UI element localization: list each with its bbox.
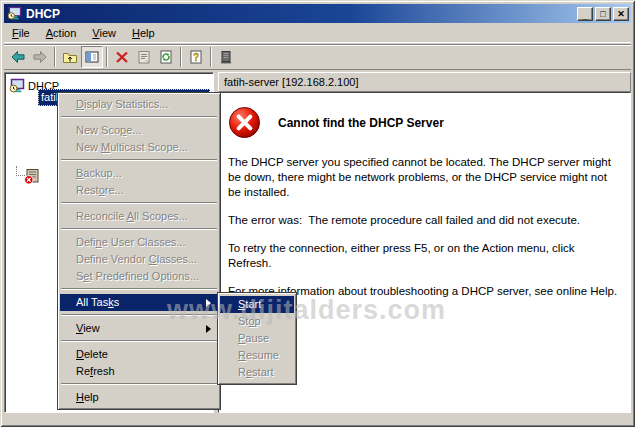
forward-icon[interactable]	[29, 46, 51, 68]
error-paragraph: The error was: The remote procedure call…	[228, 213, 620, 228]
help-icon[interactable]: ?	[185, 46, 207, 68]
toolbar-separator	[106, 47, 108, 67]
dhcp-app-icon	[7, 6, 22, 21]
menu-separator	[61, 383, 217, 385]
error-title: Cannot find the DHCP Server	[278, 116, 444, 130]
error-paragraph: To retry the connection, either press F5…	[228, 241, 620, 271]
submenu-arrow-icon	[206, 299, 211, 307]
toolbar-separator	[54, 47, 56, 67]
up-one-level-icon[interactable]	[59, 46, 81, 68]
error-icon	[228, 106, 261, 139]
window-title: DHCP	[26, 7, 575, 21]
context-menu-item-backup[interactable]: Backup...	[60, 165, 218, 182]
menu-separator	[61, 340, 217, 342]
context-menu-item-define-vendor-classes[interactable]: Define Vendor Classes...	[60, 251, 218, 268]
minimize-button[interactable]: _	[577, 7, 593, 21]
menu-bar: File Action View Help	[4, 24, 631, 43]
submenu-item-resume[interactable]: Resume	[220, 347, 294, 364]
context-menu-item-define-user-classes[interactable]: Define User Classes...	[60, 234, 218, 251]
menu-separator	[61, 159, 217, 161]
maximize-button[interactable]: □	[595, 7, 611, 21]
context-menu-item-restore[interactable]: Restore...	[60, 182, 218, 199]
context-menu-item-delete[interactable]: Delete	[60, 346, 218, 363]
toolbar-separator	[210, 47, 212, 67]
menu-help[interactable]: Help	[124, 25, 163, 42]
context-menu-item-refresh[interactable]: Refresh	[60, 363, 218, 380]
context-menu-item-all-tasks[interactable]: All Tasks	[60, 294, 218, 311]
delete-icon[interactable]	[111, 46, 133, 68]
submenu-item-start[interactable]: Start	[220, 296, 294, 313]
menu-separator	[61, 314, 217, 316]
context-menu: Display Statistics... New Scope... New M…	[57, 92, 221, 410]
close-button[interactable]: ✕	[613, 7, 629, 21]
menu-separator	[61, 228, 217, 230]
refresh-icon[interactable]	[155, 46, 177, 68]
properties-icon[interactable]	[133, 46, 155, 68]
context-menu-item-reconcile-all-scopes[interactable]: Reconcile All Scopes...	[60, 208, 218, 225]
svg-text:?: ?	[193, 52, 199, 63]
submenu-item-restart[interactable]: Restart	[220, 364, 294, 381]
menu-view[interactable]: View	[84, 25, 124, 42]
dhcp-root-icon	[9, 78, 25, 94]
context-menu-item-help[interactable]: Help	[60, 389, 218, 406]
submenu-item-stop[interactable]: Stop	[220, 313, 294, 330]
dhcp-console-window: DHCP _ □ ✕ File Action View Help	[0, 0, 635, 427]
details-column-header[interactable]: fatih-server [192.168.2.100]	[218, 72, 631, 92]
context-menu-item-view[interactable]: View	[60, 320, 218, 337]
context-menu-item-new-multicast-scope[interactable]: New Multicast Scope...	[60, 139, 218, 156]
context-menu-item-new-scope[interactable]: New Scope...	[60, 122, 218, 139]
error-paragraph: The DHCP server you specified cannot be …	[228, 155, 620, 200]
menu-action[interactable]: Action	[38, 25, 85, 42]
submenu-arrow-icon	[206, 325, 211, 333]
menu-file[interactable]: File	[4, 25, 38, 42]
all-tasks-submenu: Start Stop Pause Resume Restart	[217, 292, 297, 385]
menu-separator	[61, 202, 217, 204]
back-icon[interactable]	[7, 46, 29, 68]
toolbar-separator	[180, 47, 182, 67]
context-menu-item-set-predefined-options[interactable]: Set Predefined Options...	[60, 268, 218, 285]
toolbar: ?	[4, 44, 631, 70]
menu-separator	[61, 116, 217, 118]
titlebar[interactable]: DHCP _ □ ✕	[4, 4, 631, 23]
submenu-item-pause[interactable]: Pause	[220, 330, 294, 347]
show-hide-console-tree-icon[interactable]	[81, 46, 103, 68]
menu-separator	[61, 288, 217, 290]
server-error-icon	[24, 168, 41, 185]
context-menu-item-display-statistics[interactable]: Display Statistics...	[60, 96, 218, 113]
dhcp-server-status-icon[interactable]	[215, 46, 237, 68]
